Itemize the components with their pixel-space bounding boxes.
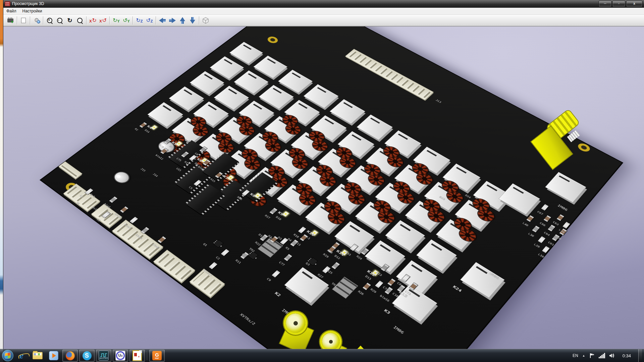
window-title: Просмотрщик 3D <box>12 1 44 6</box>
fit-in-page-button[interactable] <box>75 16 85 25</box>
silkscreen-label: R18 <box>293 234 300 239</box>
sma-connector-bottom-1 <box>281 311 318 349</box>
clock[interactable]: 0:34 <box>623 353 631 358</box>
smd-component <box>120 206 128 213</box>
silkscreen-label: R22 <box>254 241 261 246</box>
move-up-button[interactable] <box>178 16 187 25</box>
network-icon[interactable] <box>599 353 605 358</box>
move-right-icon <box>169 18 176 23</box>
zoom-in-button[interactable]: + <box>45 16 54 25</box>
silkscreen-label: XVTRs/2 <box>239 313 256 325</box>
smd-component <box>298 227 306 233</box>
smd-component <box>541 204 548 210</box>
silkscreen-label: blm16 <box>379 295 390 302</box>
rotate-x-ccw-button[interactable]: X↺ <box>98 16 108 25</box>
maximize-button[interactable]: ▫ <box>612 1 625 7</box>
rotate-y-ccw-button[interactable]: ↺Y <box>121 16 131 25</box>
taskbar-u3-app[interactable]: U3 <box>113 350 128 362</box>
show-desktop-button[interactable] <box>638 349 642 362</box>
smd-component <box>272 270 280 278</box>
taskbar-windows-explorer[interactable] <box>30 350 45 361</box>
smd-component <box>363 283 371 290</box>
toolbar-separator <box>17 16 17 24</box>
taskbar-media-player[interactable] <box>46 350 61 361</box>
ortho-perspective-icon <box>202 17 209 24</box>
silkscreen-label: R2 <box>134 128 139 131</box>
taskbar-internet-explorer[interactable]: e <box>14 350 29 361</box>
ortho-perspective-button[interactable] <box>201 16 210 25</box>
menu-item-file[interactable]: Файл <box>3 8 19 14</box>
sot23-transistor <box>249 252 258 259</box>
language-indicator[interactable]: EN <box>573 353 578 358</box>
minimize-button[interactable]: ─ <box>599 1 611 7</box>
silkscreen-label: L30 <box>528 233 535 238</box>
smd-component <box>129 217 138 224</box>
redraw-button[interactable]: ↻ <box>65 16 74 25</box>
silkscreen-label: C64 <box>543 232 550 237</box>
rotate-y-cw-button[interactable]: ↻Y <box>111 16 121 25</box>
pin-header-connector <box>59 162 82 179</box>
silkscreen-label: K9 <box>277 211 284 216</box>
relay-component <box>234 71 268 94</box>
close-button[interactable]: x <box>626 1 642 7</box>
sma-connector-right <box>539 113 583 173</box>
relay-component <box>499 184 540 214</box>
taskbar-gpdf-app[interactable]: GPDF <box>149 350 165 362</box>
silkscreen-label: R26 <box>357 290 364 296</box>
taskbar-skype[interactable]: S <box>79 350 95 362</box>
relay-component <box>417 240 457 271</box>
redraw-icon: ↻ <box>67 17 72 23</box>
silkscreen-label: K3 <box>383 308 391 315</box>
smd-component <box>221 249 229 256</box>
start-button[interactable] <box>2 350 13 361</box>
reload-board-button[interactable] <box>6 16 15 25</box>
silkscreen-label: Q1 <box>202 243 207 247</box>
rotate-x-cw-button[interactable]: X↻ <box>88 16 98 25</box>
smd-component <box>557 214 564 221</box>
silkscreen-label: K24 <box>452 285 463 293</box>
rotate-z-ccw-button[interactable]: ↺Z <box>145 16 154 25</box>
move-down-button[interactable] <box>188 16 197 25</box>
volume-icon[interactable] <box>609 353 615 358</box>
move-left-button[interactable] <box>158 16 167 25</box>
menu-item-settings[interactable]: Настройки <box>19 8 45 14</box>
silkscreen-label: R23 <box>375 272 382 277</box>
silkscreen-label: R17 <box>264 215 270 219</box>
relay-component <box>169 87 204 110</box>
silkscreen-label: R33 <box>344 251 351 256</box>
copy-image-button[interactable] <box>19 16 28 25</box>
relay-component <box>254 56 287 78</box>
settings-button[interactable]: ⚙ <box>32 16 41 25</box>
move-right-button[interactable] <box>168 16 177 25</box>
electrolytic-capacitor <box>112 170 131 185</box>
window-titlebar[interactable]: Просмотрщик 3D ─ ▫ x <box>3 0 644 8</box>
taskbar-firefox[interactable] <box>62 350 78 362</box>
rotate-z-cw-button[interactable]: ↻Z <box>135 16 144 25</box>
pin-header-connector <box>345 49 433 100</box>
viewer3d-window: Просмотрщик 3D ─ ▫ x Файл Настройки ⚙ + … <box>3 0 644 349</box>
toolbar: ⚙ + - ↻ X↻ X↺ ↻Y ↺Y ↻Z ↺Z <box>3 15 644 26</box>
tray-chevron-icon[interactable]: ▲ <box>582 354 585 357</box>
pin-header-connector <box>112 220 163 258</box>
viewport-3d[interactable]: K4K5K6K7K8K9K10K11K12K13R2D14R10D5R13D8R… <box>3 26 644 349</box>
silkscreen-label: R5 <box>285 247 290 251</box>
smd-component <box>532 226 540 232</box>
fit-in-page-icon <box>77 18 83 23</box>
copy-image-icon <box>21 18 26 23</box>
smd-component <box>387 279 396 286</box>
silkscreen-label: U15 <box>175 168 181 172</box>
mounting-hole <box>266 35 280 44</box>
silkscreen-label: K2 <box>274 291 282 297</box>
move-down-icon <box>190 17 195 24</box>
taskbar: e S open/PSDA U3 GPDF EN ▲ <box>0 349 644 362</box>
relay-component <box>190 71 224 94</box>
relay-component <box>214 86 249 109</box>
silkscreen-label: L40 <box>522 222 529 227</box>
zoom-out-button[interactable]: - <box>55 16 64 25</box>
action-center-flag-icon[interactable] <box>589 353 595 358</box>
move-up-icon <box>180 17 185 24</box>
taskbar-pulse-app[interactable]: open/PSDA <box>96 350 111 362</box>
rotate-y-ccw-icon: ↺Y <box>122 18 130 23</box>
background-window-sliver <box>0 0 3 362</box>
taskbar-schematic-app[interactable] <box>129 350 145 362</box>
